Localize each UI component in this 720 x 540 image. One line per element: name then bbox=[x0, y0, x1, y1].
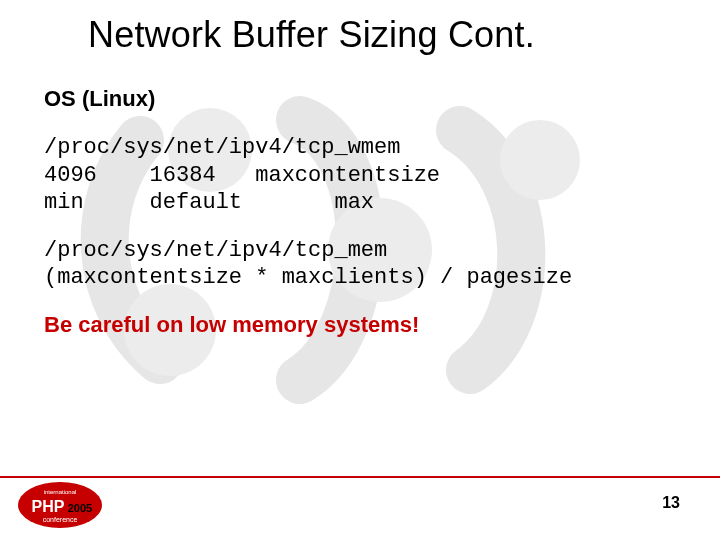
logo-sub-text: conference bbox=[43, 516, 78, 523]
tcp-mem-block: /proc/sys/net/ipv4/tcp_mem (maxcontentsi… bbox=[44, 237, 676, 292]
slide: Network Buffer Sizing Cont. OS (Linux) /… bbox=[0, 0, 720, 540]
warning-text: Be careful on low memory systems! bbox=[44, 312, 676, 338]
code-line: (maxcontentsize * maxclients) / pagesize bbox=[44, 265, 572, 290]
code-line: 4096 16384 maxcontentsize bbox=[44, 163, 440, 188]
footer-divider bbox=[0, 476, 720, 478]
slide-title: Network Buffer Sizing Cont. bbox=[0, 0, 720, 56]
code-line: /proc/sys/net/ipv4/tcp_mem bbox=[44, 238, 387, 263]
os-subheading: OS (Linux) bbox=[44, 86, 676, 112]
logo-top-text: international bbox=[44, 489, 77, 495]
page-number: 13 bbox=[662, 494, 680, 512]
logo-brand-text: PHP bbox=[32, 498, 65, 515]
slide-body: OS (Linux) /proc/sys/net/ipv4/tcp_wmem 4… bbox=[0, 56, 720, 338]
logo-year-text: 2005 bbox=[68, 502, 92, 514]
code-line: min default max bbox=[44, 190, 374, 215]
tcp-wmem-block: /proc/sys/net/ipv4/tcp_wmem 4096 16384 m… bbox=[44, 134, 676, 217]
php-conference-logo: international PHP 2005 conference bbox=[18, 482, 102, 528]
code-line: /proc/sys/net/ipv4/tcp_wmem bbox=[44, 135, 400, 160]
